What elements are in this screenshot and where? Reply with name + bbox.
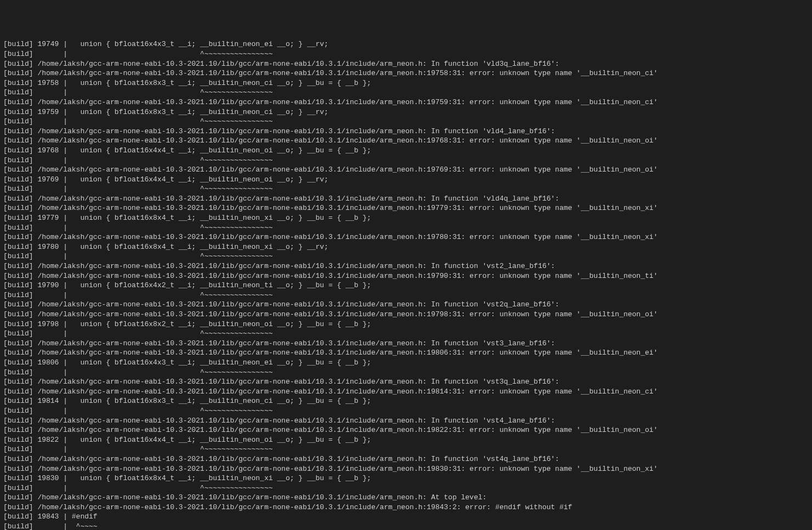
terminal-line: [build] | ^~~~~~~~~~~~~~~~~ <box>3 483 812 493</box>
terminal-line: [build] /home/laksh/gcc-arm-none-eabi-10… <box>3 127 812 136</box>
terminal-line: [build] 19843 | #endif <box>3 512 812 522</box>
terminal-line: [build] /home/laksh/gcc-arm-none-eabi-10… <box>3 203 812 213</box>
terminal-output[interactable]: [build] 19749 | union { bfloat16x4x3_t _… <box>3 39 812 530</box>
terminal-line: [build] /home/laksh/gcc-arm-none-eabi-10… <box>3 165 812 175</box>
terminal-line: [build] /home/laksh/gcc-arm-none-eabi-10… <box>3 271 812 281</box>
terminal-line: [build] 19779 | union { bfloat16x8x4_t _… <box>3 213 812 223</box>
terminal-line: [build] | ^~~~~~~~~~~~~~~~~ <box>3 156 812 166</box>
terminal-line: [build] | ^~~~~~~~~~~~~~~~~ <box>3 117 812 127</box>
terminal-line: [build] /home/laksh/gcc-arm-none-eabi-10… <box>3 232 812 242</box>
terminal-line: [build] 19814 | union { bfloat16x8x3_t _… <box>3 396 812 406</box>
terminal-line: [build] /home/laksh/gcc-arm-none-eabi-10… <box>3 69 812 78</box>
terminal-line: [build] 19769 | union { bfloat16x4x4_t _… <box>3 175 812 185</box>
terminal-line: [build] 19768 | union { bfloat16x4x4_t _… <box>3 146 812 156</box>
terminal-line: [build] /home/laksh/gcc-arm-none-eabi-10… <box>3 454 812 464</box>
terminal-line: [build] 19798 | union { bfloat16x8x2_t _… <box>3 320 812 329</box>
terminal-line: [build] 19749 | union { bfloat16x4x3_t _… <box>3 39 812 49</box>
terminal-line: [build] 19822 | union { bfloat16x4x4_t _… <box>3 435 812 445</box>
terminal-line: [build] | ^~~~~~~~~~~~~~~~~ <box>3 49 812 59</box>
terminal-line: [build] /home/laksh/gcc-arm-none-eabi-10… <box>3 348 812 358</box>
terminal-line: [build] 19806 | union { bfloat16x4x3_t _… <box>3 358 812 368</box>
terminal-line: [build] /home/laksh/gcc-arm-none-eabi-10… <box>3 136 812 146</box>
terminal-line: [build] | ^~~~~~~~~~~~~~~~~ <box>3 290 812 300</box>
terminal-line: [build] | ^~~~~~~~~~~~~~~~~ <box>3 88 812 98</box>
terminal-line: [build] /home/laksh/gcc-arm-none-eabi-10… <box>3 98 812 107</box>
terminal-line: [build] | ^~~~~ <box>3 522 812 530</box>
terminal-line: [build] | ^~~~~~~~~~~~~~~~~ <box>3 184 812 194</box>
terminal-line: [build] 19830 | union { bfloat16x8x4_t _… <box>3 474 812 483</box>
terminal-line: [build] 19790 | union { bfloat16x4x2_t _… <box>3 281 812 290</box>
terminal-line: [build] /home/laksh/gcc-arm-none-eabi-10… <box>3 194 812 204</box>
terminal-line: [build] /home/laksh/gcc-arm-none-eabi-10… <box>3 310 812 320</box>
terminal-line: [build] 19759 | union { bfloat16x8x3_t _… <box>3 107 812 117</box>
terminal-line: [build] /home/laksh/gcc-arm-none-eabi-10… <box>3 339 812 349</box>
terminal-line: [build] /home/laksh/gcc-arm-none-eabi-10… <box>3 416 812 426</box>
terminal-line: [build] /home/laksh/gcc-arm-none-eabi-10… <box>3 503 812 512</box>
terminal-line: [build] | ^~~~~~~~~~~~~~~~~ <box>3 368 812 378</box>
terminal-line: [build] /home/laksh/gcc-arm-none-eabi-10… <box>3 59 812 69</box>
terminal-line: [build] | ^~~~~~~~~~~~~~~~~ <box>3 223 812 233</box>
terminal-line: [build] /home/laksh/gcc-arm-none-eabi-10… <box>3 464 812 474</box>
terminal-line: [build] /home/laksh/gcc-arm-none-eabi-10… <box>3 377 812 387</box>
terminal-line: [build] | ^~~~~~~~~~~~~~~~~ <box>3 329 812 339</box>
terminal-line: [build] /home/laksh/gcc-arm-none-eabi-10… <box>3 261 812 271</box>
terminal-line: [build] /home/laksh/gcc-arm-none-eabi-10… <box>3 300 812 310</box>
terminal-line: [build] /home/laksh/gcc-arm-none-eabi-10… <box>3 387 812 397</box>
terminal-line: [build] 19758 | union { bfloat16x8x3_t _… <box>3 78 812 88</box>
terminal-line: [build] /home/laksh/gcc-arm-none-eabi-10… <box>3 493 812 503</box>
terminal-line: [build] /home/laksh/gcc-arm-none-eabi-10… <box>3 425 812 435</box>
terminal-line: [build] | ^~~~~~~~~~~~~~~~~ <box>3 444 812 454</box>
terminal-line: [build] 19780 | union { bfloat16x8x4_t _… <box>3 242 812 252</box>
terminal-line: [build] | ^~~~~~~~~~~~~~~~~ <box>3 252 812 261</box>
terminal-line: [build] | ^~~~~~~~~~~~~~~~~ <box>3 406 812 416</box>
